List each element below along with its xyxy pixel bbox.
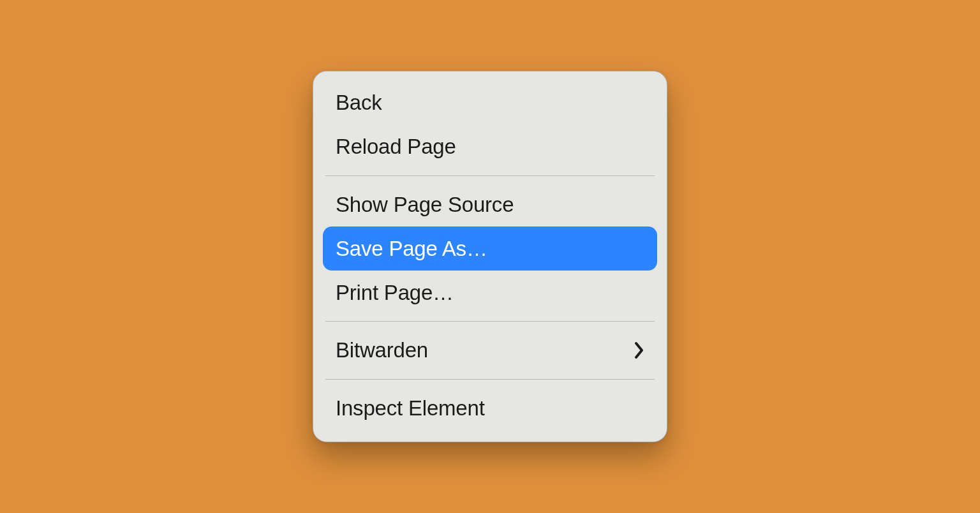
menu-item-label: Print Page…	[336, 279, 454, 306]
menu-item-label: Inspect Element	[336, 395, 485, 421]
menu-item-label: Back	[336, 89, 382, 115]
menu-item-inspect-element[interactable]: Inspect Element	[323, 386, 657, 430]
menu-item-reload-page[interactable]: Reload Page	[323, 124, 657, 168]
menu-item-label: Reload Page	[336, 133, 456, 160]
chevron-right-icon	[634, 341, 644, 359]
menu-item-print-page[interactable]: Print Page…	[323, 271, 657, 315]
menu-item-label: Save Page As…	[336, 235, 487, 262]
menu-item-label: Bitwarden	[336, 337, 428, 363]
menu-separator	[325, 175, 655, 176]
menu-item-label: Show Page Source	[336, 191, 514, 218]
menu-item-save-page-as[interactable]: Save Page As…	[323, 227, 657, 271]
menu-separator	[325, 379, 655, 380]
menu-item-show-page-source[interactable]: Show Page Source	[323, 182, 657, 227]
context-menu[interactable]: Back Reload Page Show Page Source Save P…	[313, 71, 667, 442]
menu-separator	[325, 321, 655, 322]
menu-item-back[interactable]: Back	[323, 80, 657, 124]
menu-item-bitwarden[interactable]: Bitwarden	[323, 328, 657, 372]
